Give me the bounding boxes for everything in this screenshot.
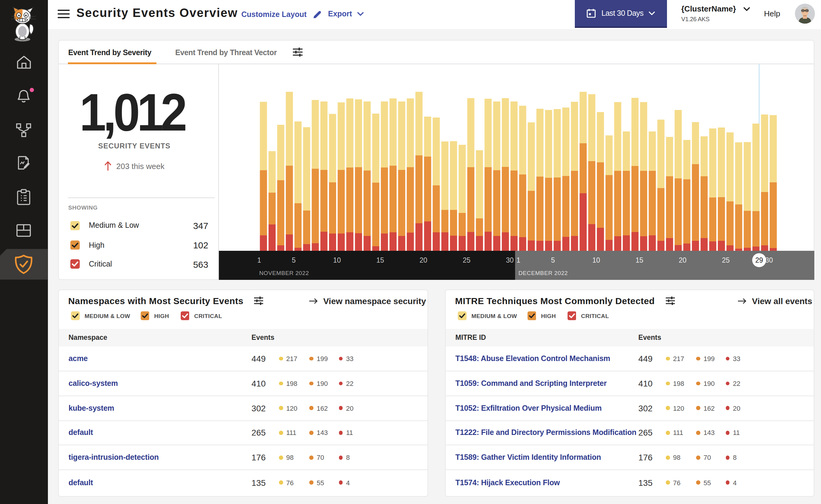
svg-text:25: 25 (462, 256, 470, 264)
svg-text:15: 15 (635, 256, 643, 264)
svg-text:15: 15 (376, 256, 384, 264)
svg-text:20: 20 (419, 256, 427, 264)
svg-text:DECEMBER 2022: DECEMBER 2022 (518, 270, 567, 276)
svg-text:5: 5 (292, 256, 296, 264)
svg-text:30: 30 (506, 256, 513, 264)
svg-text:5: 5 (551, 256, 555, 264)
svg-text:29: 29 (755, 256, 763, 264)
svg-text:10: 10 (333, 256, 341, 264)
svg-text:1: 1 (257, 256, 261, 264)
svg-text:20: 20 (679, 256, 686, 264)
svg-text:1: 1 (516, 256, 520, 264)
svg-text:30: 30 (765, 256, 773, 264)
svg-text:25: 25 (722, 256, 730, 264)
svg-text:NOVEMBER 2022: NOVEMBER 2022 (259, 270, 309, 276)
svg-text:10: 10 (592, 256, 600, 264)
